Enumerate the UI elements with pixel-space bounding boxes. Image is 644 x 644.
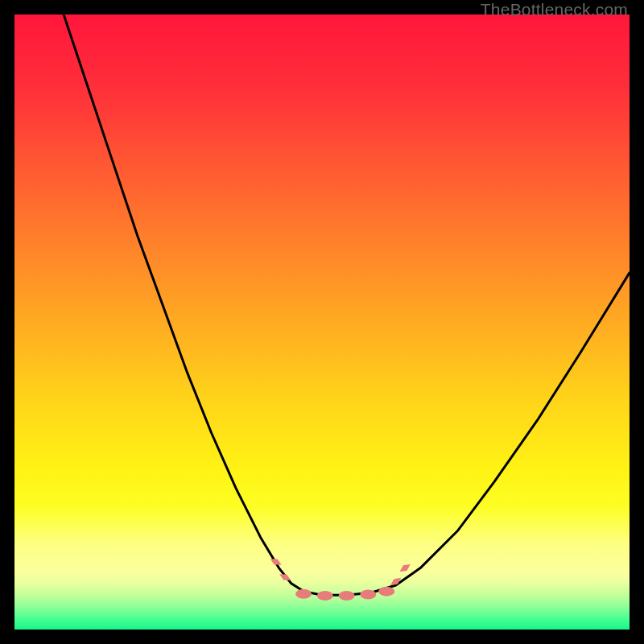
chart-plot-area bbox=[14, 14, 630, 630]
watermark-text: TheBottleneck.com bbox=[481, 0, 628, 19]
chart-background bbox=[14, 14, 630, 630]
floor-bead-4 bbox=[360, 589, 376, 599]
chart-frame bbox=[14, 14, 630, 630]
floor-bead-2 bbox=[317, 591, 333, 601]
floor-bead-3 bbox=[339, 591, 355, 601]
floor-bead-5 bbox=[378, 587, 394, 597]
floor-bead-1 bbox=[295, 589, 312, 599]
chart-svg bbox=[14, 14, 630, 630]
